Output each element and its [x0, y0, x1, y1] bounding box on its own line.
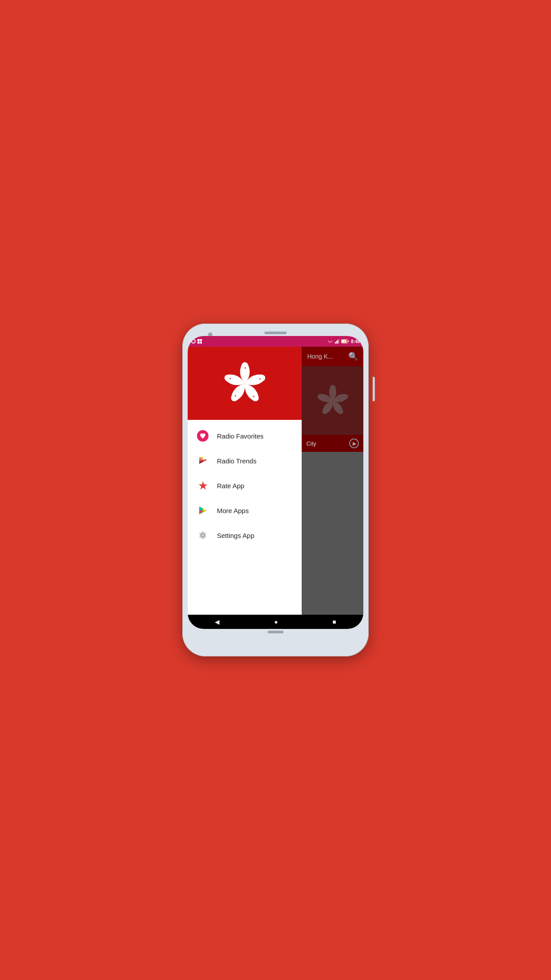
- svg-rect-6: [348, 341, 349, 342]
- menu-label-more-apps: More Apps: [217, 507, 249, 514]
- menu-item-settings-app[interactable]: Settings App: [188, 523, 302, 548]
- phone-bottom-bar: [188, 629, 363, 633]
- toolbar-title: Hong K...: [307, 353, 333, 360]
- svg-text:⚡: ⚡: [342, 340, 346, 344]
- status-bar-right: ⚡ 8:48: [327, 339, 360, 344]
- phone-speaker: [264, 332, 287, 334]
- menu-label-settings-app: Settings App: [217, 532, 254, 539]
- notification-icon: [197, 339, 202, 344]
- phone-screen: ⚡ 8:48: [188, 336, 363, 629]
- menu-item-radio-favorites[interactable]: Radio Favorites: [188, 423, 302, 448]
- drawer-header: ★ ★ ★ ★ ★: [188, 347, 302, 420]
- svg-rect-2: [337, 340, 338, 344]
- city-row[interactable]: City ▶: [302, 435, 363, 452]
- star-icon: ★: [197, 479, 209, 492]
- back-button[interactable]: ◀: [215, 618, 220, 625]
- status-time: 8:48: [351, 339, 360, 344]
- menu-item-more-apps[interactable]: More Apps: [188, 498, 302, 523]
- recent-button[interactable]: ■: [332, 618, 336, 625]
- main-banner: [302, 366, 363, 435]
- svg-rect-1: [336, 341, 337, 344]
- menu-label-radio-favorites: Radio Favorites: [217, 432, 264, 440]
- phone-volume-button: [373, 377, 375, 401]
- menu-item-rate-app[interactable]: ★ Rate App: [188, 473, 302, 498]
- heart-icon: [197, 430, 209, 442]
- app-container: ★ ★ ★ ★ ★: [188, 347, 363, 615]
- recording-indicator: [191, 339, 196, 344]
- search-icon[interactable]: 🔍: [348, 352, 358, 361]
- signal-icon: [335, 339, 339, 344]
- city-arrow-button[interactable]: ▶: [349, 439, 359, 448]
- city-label: City: [306, 440, 316, 447]
- menu-label-rate-app: Rate App: [217, 482, 244, 490]
- status-bar-left: [191, 339, 202, 344]
- main-toolbar: Hong K... 🔍: [302, 347, 363, 366]
- play-colorful-icon: [197, 454, 209, 467]
- home-button[interactable]: ●: [274, 618, 278, 625]
- phone-frame: ⚡ 8:48: [182, 324, 369, 656]
- hk-flag-flower: ★ ★ ★ ★ ★: [218, 357, 272, 410]
- drawer-menu: Radio Favorites: [188, 420, 302, 615]
- svg-point-15: [202, 534, 204, 536]
- phone-top-bar: [188, 329, 363, 336]
- bottom-navigation: ◀ ● ■: [188, 615, 363, 629]
- google-play-icon: [197, 504, 209, 517]
- battery-icon: ⚡: [341, 339, 349, 344]
- svg-text:★: ★: [244, 367, 246, 369]
- phone-home-indicator: [268, 631, 283, 633]
- status-bar: ⚡ 8:48: [188, 336, 363, 347]
- svg-rect-0: [335, 342, 336, 344]
- main-content-panel: Hong K... 🔍 City: [302, 347, 363, 615]
- settings-gear-icon: [197, 529, 209, 541]
- menu-label-radio-trends: Radio Trends: [217, 457, 256, 465]
- menu-item-radio-trends[interactable]: Radio Trends: [188, 448, 302, 473]
- svg-rect-3: [338, 339, 339, 344]
- main-hk-flower-bg: [313, 381, 353, 421]
- navigation-drawer: ★ ★ ★ ★ ★: [188, 347, 302, 615]
- wifi-icon: [327, 339, 333, 344]
